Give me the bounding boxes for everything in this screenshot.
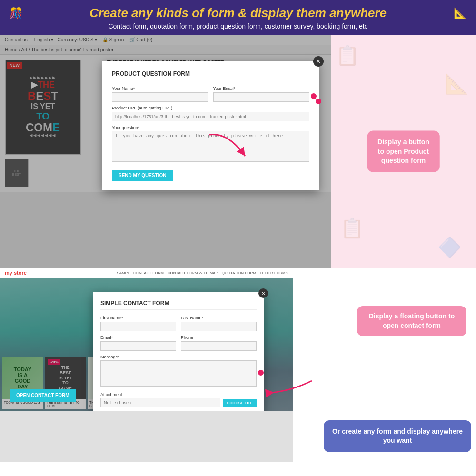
deco-icon-1: 📋 (336, 44, 359, 67)
page-subtitle: Contact form, quotation form, product qu… (10, 22, 466, 30)
store-header-bottom: my store SAMPLE CONTACT FORM CONTACT FOR… (0, 268, 293, 278)
phone-group: Phone (181, 335, 257, 351)
last-name-label: Last Name* (181, 316, 257, 320)
decoration-dot-1 (311, 93, 317, 99)
deco-icon-3: 📋 (340, 217, 364, 239)
top-section: Contact us English ▾ Currency: USD $ ▾ 🔒… (0, 35, 476, 268)
store-nav-links: SAMPLE CONTACT FORM CONTACT FORM WITH MA… (117, 271, 288, 275)
message-label: Message* (100, 355, 257, 359)
floating-button-callout: Display a floating button to open contac… (357, 306, 466, 336)
contact-modal-title: SIMPLE CONTACT FORM (100, 300, 257, 310)
arrow-to-contact-btn (264, 362, 321, 400)
bottom-left-screenshot: my store SAMPLE CONTACT FORM CONTACT FOR… (0, 268, 293, 462)
send-question-button[interactable]: SEND MY QUESTION (112, 170, 173, 181)
page-title: Create any kinds of form & display them … (10, 6, 466, 20)
nav-link-4[interactable]: OTHER FORMS (260, 271, 288, 275)
modal-close-button[interactable]: ✕ (313, 56, 324, 67)
page-header: 🎊 Create any kinds of form & display the… (0, 0, 476, 35)
bottom-right-callouts: Display a floating button to open contac… (293, 268, 476, 462)
email-field-group: Your Email* (213, 86, 310, 102)
top-right-callout: 📋 📐 📋 🔷 Display a button to open Product… (331, 35, 476, 268)
ruler-icon-right: 📐 (454, 7, 466, 20)
message-textarea[interactable] (100, 360, 257, 387)
email-label: Your Email* (213, 86, 310, 91)
url-label: Product URL (auto getting URL) (112, 106, 309, 110)
question-textarea[interactable] (112, 131, 309, 162)
modal-title: PRODUCT QUESTION FORM (112, 70, 309, 80)
confetti-icon-left: 🎊 (10, 7, 22, 20)
open-contact-form-button[interactable]: OPEN CONTACT FORM (10, 389, 76, 402)
name-label: Your Name* (112, 86, 208, 91)
attachment-input[interactable] (100, 398, 220, 407)
last-name-group: Last Name* (181, 316, 257, 331)
store-content-area: ✕ SIMPLE CONTACT FORM First Name* Last N… (0, 278, 293, 411)
phone-input[interactable] (181, 341, 257, 351)
create-any-form-callout: Or create any form and display anywhere … (324, 420, 471, 452)
name-row: First Name* Last Name* (100, 316, 257, 331)
first-name-label: First Name* (100, 316, 176, 320)
url-input[interactable] (112, 112, 309, 121)
attachment-label: Attachment (100, 392, 257, 397)
deco-icon-4: 🔷 (438, 236, 462, 258)
contact-modal-close-button[interactable]: ✕ (258, 288, 268, 298)
email-field-label: Email* (100, 335, 176, 340)
name-email-row: Your Name* Your Email* (112, 86, 309, 102)
email-phone-row: Email* Phone (100, 335, 257, 351)
product-question-modal: ✕ PRODUCT QUESTION FORM Your Name* Your … (102, 61, 319, 190)
contact-email-input[interactable] (100, 341, 176, 351)
question-field-group: Your question* (112, 125, 309, 164)
url-field-group: Product URL (auto getting URL) (112, 106, 309, 121)
decoration-dot-2 (316, 99, 321, 104)
name-input[interactable] (112, 92, 208, 102)
top-left-screenshot: Contact us English ▾ Currency: USD $ ▾ 🔒… (0, 35, 331, 268)
phone-label: Phone (181, 335, 257, 340)
first-name-group: First Name* (100, 316, 176, 331)
name-field-group: Your Name* (112, 86, 208, 102)
nav-link-3[interactable]: QUOTATION FORM (222, 271, 256, 275)
first-name-input[interactable] (100, 322, 176, 331)
nav-link-1[interactable]: SAMPLE CONTACT FORM (117, 271, 163, 275)
email-group: Email* (100, 335, 176, 351)
store-logo: my store (5, 270, 27, 276)
deco-icon-2: 📐 (445, 73, 469, 95)
attachment-group: Attachment CHOOSE FILE (100, 392, 257, 407)
last-name-input[interactable] (181, 322, 257, 331)
bottom-section: my store SAMPLE CONTACT FORM CONTACT FOR… (0, 268, 476, 462)
nav-link-2[interactable]: CONTACT FORM WITH MAP (168, 271, 218, 275)
email-input[interactable] (213, 92, 310, 102)
contact-form-modal: ✕ SIMPLE CONTACT FORM First Name* Last N… (93, 292, 264, 411)
product-question-callout: Display a button to open Product questio… (367, 131, 440, 172)
message-group: Message* (100, 355, 257, 388)
choose-file-button[interactable]: CHOOSE FILE (223, 399, 257, 407)
question-label: Your question* (112, 125, 309, 130)
decoration-dot-msg (258, 370, 264, 376)
